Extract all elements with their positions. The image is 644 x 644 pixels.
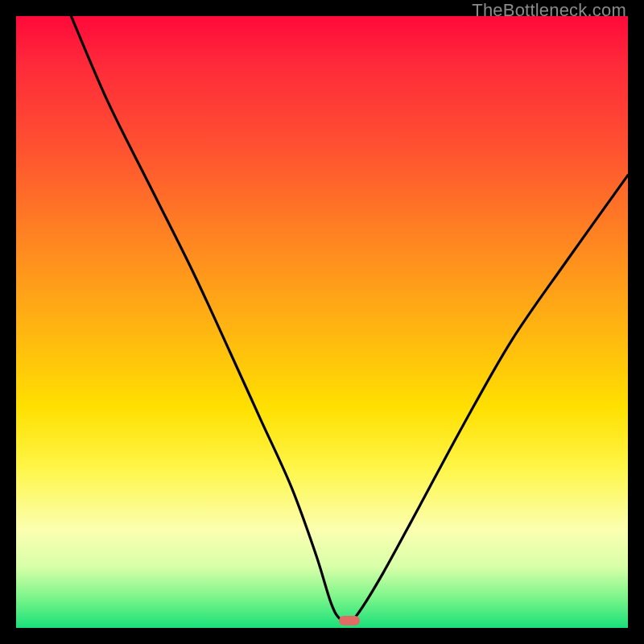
- chart-frame: TheBottleneck.com: [0, 0, 644, 644]
- gradient-plot-area: [16, 16, 628, 628]
- watermark-text: TheBottleneck.com: [472, 0, 626, 21]
